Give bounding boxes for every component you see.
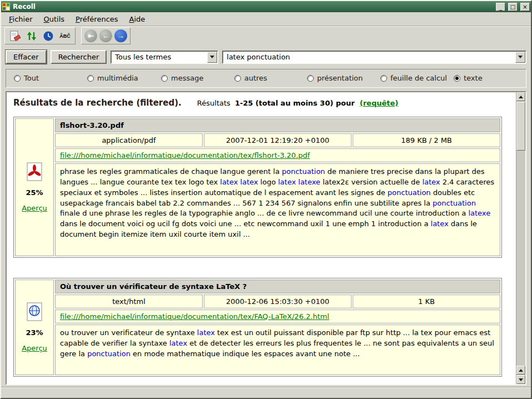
status-bar — [1, 387, 531, 398]
radio-icon[interactable] — [87, 75, 94, 82]
title-bar: Recoll _ □ × — [1, 1, 531, 12]
chevron-down-icon[interactable] — [515, 52, 525, 63]
snippet-text: phrase les regles grammaticales de chaqu… — [55, 163, 500, 256]
filter-label: multimédia — [97, 74, 138, 82]
next-page-icon[interactable]: → — [114, 29, 127, 42]
sort-by-date-icon[interactable] — [24, 29, 39, 43]
filter-radio-texte[interactable]: texte — [454, 74, 483, 82]
radio-icon[interactable] — [454, 75, 460, 82]
relevance-score: 23% — [26, 328, 43, 337]
menu-bar: Fichier Outils Préférences Aide — [1, 12, 531, 26]
app-icon — [2, 3, 10, 11]
relevance-score: 25% — [26, 188, 43, 197]
result-side-panel: 23% Aperçu — [15, 280, 54, 376]
filter-label: autres — [244, 74, 267, 82]
radio-icon[interactable] — [234, 75, 241, 82]
scroll-thumb[interactable] — [516, 102, 525, 151]
filter-label: message — [171, 74, 203, 82]
toolbar-nav-group: ⇤ ← → — [81, 27, 131, 44]
preview-link[interactable]: Aperçu — [22, 344, 47, 352]
pdf-file-icon — [26, 162, 43, 181]
window-title: Recoll — [13, 3, 493, 11]
result-title: Où trouver un vérificateur de syntaxe La… — [55, 280, 500, 293]
radio-icon[interactable] — [14, 75, 21, 82]
filter-radio-feuille-de-calcul[interactable]: feuille de calcul — [380, 74, 447, 82]
filter-radio-tout[interactable]: Tout — [14, 74, 39, 82]
maximize-button[interactable]: □ — [508, 3, 518, 11]
doc-history-icon[interactable] — [41, 29, 56, 43]
result-url-row: file:///home/michael/informatique/docume… — [55, 310, 500, 323]
doc-url-link[interactable]: file:///home/michael/informatique/docume… — [60, 312, 329, 321]
menu-outils[interactable]: Outils — [39, 13, 69, 25]
filter-radio-multimedia[interactable]: multimédia — [87, 74, 138, 82]
search-bar: Effacer Rechercher Tous les termes latex… — [1, 46, 531, 67]
doc-url-link[interactable]: file:///home/michael/informatique/docume… — [60, 151, 310, 159]
filter-radio-message[interactable]: message — [161, 74, 203, 82]
results-count-prefix: Résultats — [197, 99, 230, 107]
results-summary: Résultats 1-25 (total au moins 30) pour … — [197, 99, 398, 107]
filter-label: Tout — [24, 74, 39, 82]
result-url-row: file:///home/michael/informatique/docume… — [55, 148, 500, 162]
toolbar-actions-group: ÂBĈ — [4, 27, 76, 44]
result-details: Où trouver un vérificateur de syntaxe La… — [55, 280, 500, 376]
search-button[interactable]: Rechercher — [51, 50, 107, 64]
first-page-icon[interactable]: ⇤ — [84, 29, 97, 42]
menu-fichier[interactable]: Fichier — [4, 13, 37, 25]
snippet-text: ou trouver un verificateur de syntaxe la… — [55, 325, 500, 376]
preview-link[interactable]: Aperçu — [22, 204, 47, 212]
html-file-icon — [26, 302, 43, 321]
result-details: flshort-3.20.pdf application/pdf 2007-12… — [55, 118, 500, 256]
doc-date: 2000-12-06 15:03:30 +0100 — [204, 295, 352, 308]
filter-radio-autres[interactable]: autres — [234, 74, 267, 82]
result-item: 23% Aperçu Où trouver un vérificateur de… — [13, 278, 502, 377]
scroll-up-icon[interactable] — [516, 366, 525, 375]
prev-page-icon[interactable]: ← — [99, 29, 112, 42]
results-header: Résultats de la recherche (filtered). Ré… — [11, 97, 509, 114]
result-meta-row: text/html 2000-12-06 15:03:30 +0100 1 KB — [55, 295, 500, 308]
scroll-down-icon[interactable] — [516, 375, 525, 384]
minimize-button[interactable]: _ — [496, 3, 505, 11]
result-title: flshort-3.20.pdf — [55, 118, 500, 132]
mime-type: text/html — [55, 295, 203, 308]
radio-icon[interactable] — [161, 75, 168, 82]
term-explorer-label: ÂBĈ — [59, 33, 71, 39]
search-mode-select[interactable]: Tous les termes — [111, 51, 218, 64]
menu-preferences[interactable]: Préférences — [71, 13, 122, 25]
recoll-window: Recoll _ □ × Fichier Outils Préférences … — [0, 0, 532, 399]
radio-icon[interactable] — [380, 75, 387, 82]
search-mode-value: Tous les termes — [112, 52, 207, 63]
category-filter-bar: Tout multimédia message autres présentat… — [6, 69, 526, 88]
clear-search-icon[interactable] — [8, 29, 22, 43]
toolbar: ÂBĈ ⇤ ← → — [1, 26, 531, 46]
query-combobox[interactable]: latex ponctuation — [222, 51, 526, 64]
filter-label: feuille de calcul — [390, 74, 447, 82]
results-title: Résultats de la recherche (filtered). — [13, 98, 182, 108]
doc-size: 1 KB — [353, 295, 500, 308]
result-item: 25% Aperçu flshort-3.20.pdf application/… — [13, 117, 502, 258]
menu-aide[interactable]: Aide — [125, 13, 150, 25]
doc-size: 189 KB / 2 MB — [353, 133, 500, 147]
scroll-up-icon[interactable] — [516, 92, 525, 101]
clear-button[interactable]: Effacer — [6, 50, 47, 64]
query-input[interactable]: latex ponctuation — [223, 52, 515, 63]
doc-date: 2007-12-01 12:19:20 +0100 — [204, 133, 352, 147]
vertical-scrollbar[interactable] — [516, 92, 525, 384]
mime-type: application/pdf — [55, 133, 203, 147]
radio-icon[interactable] — [307, 75, 314, 82]
results-range: 1-25 (total au moins 30) pour — [235, 99, 355, 107]
filter-label: présentation — [317, 74, 363, 82]
term-explorer-icon[interactable]: ÂBĈ — [58, 29, 72, 43]
close-button[interactable]: × — [520, 3, 530, 11]
filter-radio-presentation[interactable]: présentation — [307, 74, 363, 82]
filter-label: texte — [464, 74, 483, 82]
results-pane: Résultats de la recherche (filtered). Ré… — [6, 91, 526, 385]
result-meta-row: application/pdf 2007-12-01 12:19:20 +010… — [55, 133, 500, 147]
chevron-down-icon[interactable] — [207, 52, 217, 63]
result-side-panel: 25% Aperçu — [15, 118, 54, 256]
query-link[interactable]: (requête) — [360, 99, 399, 107]
